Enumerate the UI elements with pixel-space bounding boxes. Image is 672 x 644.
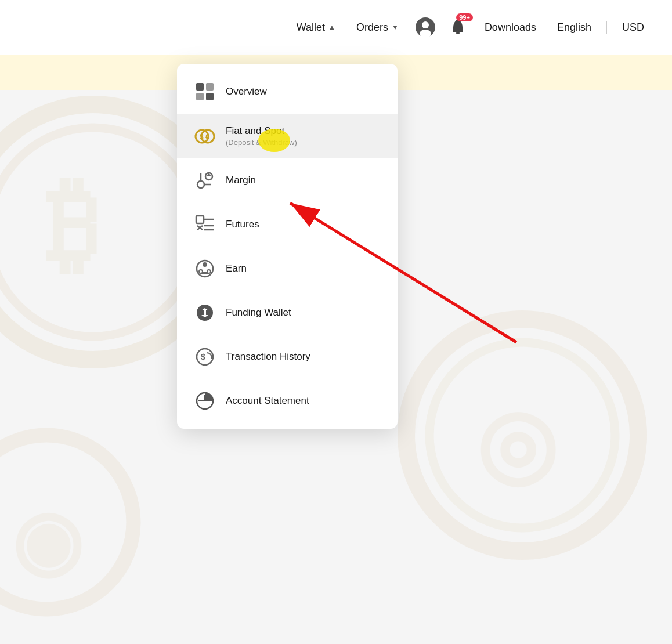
transaction-history-title: Transaction History [226, 351, 310, 363]
margin-icon [194, 170, 215, 191]
svg-rect-14 [206, 83, 214, 91]
notification-badge: 99+ [456, 13, 473, 21]
funding-wallet-icon [194, 302, 215, 323]
transaction-history-icon: $ [194, 346, 215, 367]
svg-point-35 [207, 270, 211, 273]
profile-button[interactable] [413, 15, 438, 40]
wallet-arrow-up-icon: ▲ [328, 23, 335, 31]
orders-arrow-down-icon: ▼ [392, 23, 399, 31]
notification-button[interactable]: 99+ [445, 15, 471, 40]
earn-icon [194, 258, 215, 279]
profile-icon [416, 17, 435, 37]
svg-rect-26 [196, 216, 204, 223]
svg-rect-39 [204, 310, 206, 315]
account-statement-title: Account Statement [226, 395, 309, 407]
svg-text:€: € [205, 133, 209, 141]
menu-item-earn[interactable]: Earn [177, 247, 398, 291]
downloads-label: Downloads [485, 21, 536, 34]
nav-orders[interactable]: Orders ▼ [346, 17, 409, 38]
svg-point-33 [203, 262, 207, 267]
nav-divider [606, 21, 607, 34]
overview-title: Overview [226, 86, 267, 97]
nav-english[interactable]: English [547, 17, 602, 38]
earn-title: Earn [226, 263, 247, 274]
orders-label: Orders [356, 21, 388, 34]
menu-item-account-statement[interactable]: Account Statement [177, 379, 398, 423]
menu-item-funding-wallet[interactable]: Funding Wallet [177, 291, 398, 335]
svg-rect-15 [196, 93, 204, 100]
svg-point-34 [199, 270, 203, 273]
wallet-label: Wallet [297, 21, 325, 34]
svg-point-21 [197, 181, 204, 188]
funding-wallet-title: Funding Wallet [226, 307, 291, 319]
wallet-dropdown-menu: Overview $ € Fiat and Spot (Deposit & Wi… [177, 64, 398, 429]
nav-wallet[interactable]: Wallet ▲ [286, 17, 346, 38]
svg-rect-11 [456, 32, 460, 34]
svg-text:$: $ [201, 352, 205, 361]
svg-rect-13 [196, 83, 204, 91]
fiat-spot-icon: $ € [194, 126, 215, 147]
margin-title: Margin [226, 175, 256, 186]
nav-downloads[interactable]: Downloads [474, 17, 547, 38]
english-label: English [557, 21, 591, 34]
menu-item-overview[interactable]: Overview [177, 70, 398, 114]
usd-label: USD [622, 21, 644, 34]
account-statement-icon [194, 390, 215, 411]
svg-point-9 [422, 21, 429, 28]
menu-item-transaction-history[interactable]: $ Transaction History [177, 335, 398, 379]
menu-item-margin[interactable]: Margin [177, 158, 398, 202]
overview-icon [194, 81, 215, 102]
navbar: Wallet ▲ Orders ▼ 99+ Do [0, 0, 672, 55]
futures-title: Futures [226, 219, 259, 230]
futures-icon [194, 214, 215, 235]
svg-rect-16 [206, 93, 214, 100]
svg-text:$: $ [200, 133, 204, 141]
highlight-annotation [258, 129, 290, 152]
nav-usd[interactable]: USD [612, 17, 655, 38]
menu-item-futures[interactable]: Futures [177, 202, 398, 247]
